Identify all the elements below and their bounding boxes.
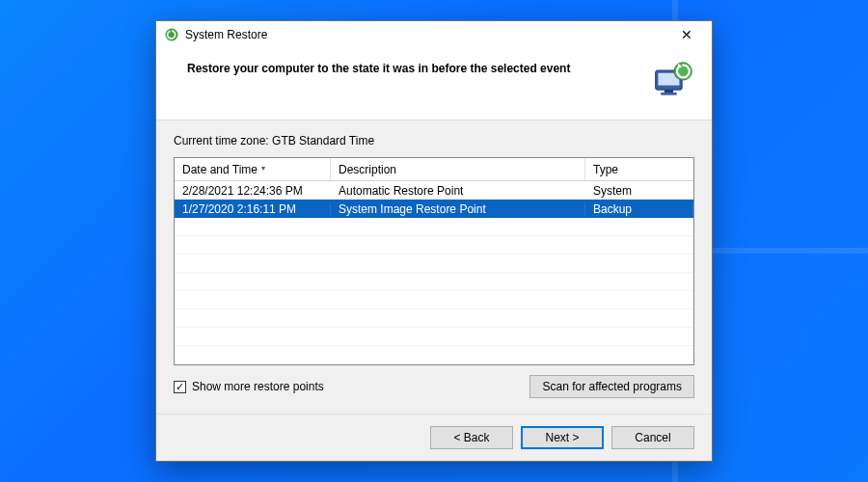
grid-footer-row: ✓ Show more restore points Scan for affe… [174,365,694,404]
table-row[interactable]: 1/27/2020 2:16:11 PM System Image Restor… [175,200,693,218]
column-header-description[interactable]: Description [331,158,585,180]
window-title: System Restore [185,28,267,41]
page-title: Restore your computer to the state it wa… [187,60,570,75]
checkbox-label: Show more restore points [192,380,324,393]
svg-rect-4 [661,93,677,95]
wizard-header: Restore your computer to the state it wa… [156,48,712,120]
cell-description: Automatic Restore Point [331,184,585,198]
back-button[interactable]: < Back [430,426,513,449]
cancel-button[interactable]: Cancel [611,426,694,449]
sort-descending-icon: ▾ [261,164,265,173]
cell-date: 2/28/2021 12:24:36 PM [175,184,331,198]
next-button[interactable]: Next > [521,426,604,449]
restore-points-grid: Date and Time ▾ Description Type 2/28/20… [174,157,694,365]
cell-type: Backup [585,202,693,216]
cell-description: System Image Restore Point [331,202,585,216]
scan-affected-button[interactable]: Scan for affected programs [529,375,694,398]
titlebar: System Restore ✕ [156,21,712,48]
column-label: Date and Time [182,163,258,176]
grid-body[interactable]: 2/28/2021 12:24:36 PM Automatic Restore … [175,181,693,364]
column-label: Description [339,163,396,176]
close-icon: ✕ [681,28,692,41]
grid-header: Date and Time ▾ Description Type [175,158,693,181]
cell-date: 1/27/2020 2:16:11 PM [175,202,331,216]
show-more-checkbox[interactable]: ✓ Show more restore points [174,380,324,393]
desktop-background: System Restore ✕ Restore your computer t… [0,0,868,482]
wizard-footer: < Back Next > Cancel [156,414,712,461]
timezone-label: Current time zone: GTB Standard Time [174,134,694,147]
table-row[interactable]: 2/28/2021 12:24:36 PM Automatic Restore … [175,181,693,200]
checkbox-icon: ✓ [174,381,186,393]
content-area: Current time zone: GTB Standard Time Dat… [156,120,712,414]
close-button[interactable]: ✕ [667,24,706,45]
column-label: Type [593,163,618,176]
system-restore-icon [164,27,179,42]
restore-monitor-icon [652,60,694,102]
column-header-date[interactable]: Date and Time ▾ [175,158,331,180]
column-header-type[interactable]: Type [585,158,693,180]
cell-type: System [585,184,693,198]
svg-rect-3 [665,90,673,93]
system-restore-dialog: System Restore ✕ Restore your computer t… [155,20,713,462]
